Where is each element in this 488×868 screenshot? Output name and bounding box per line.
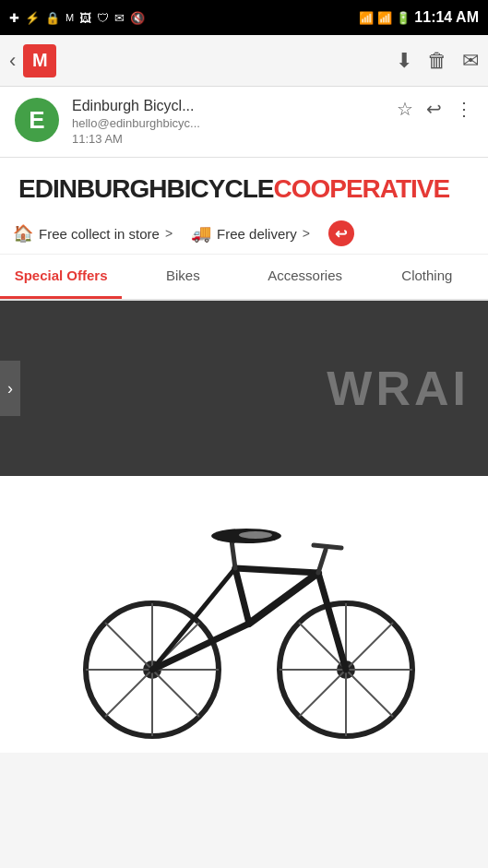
svg-line-6 bbox=[105, 623, 152, 670]
svg-point-28 bbox=[239, 531, 272, 539]
email-info: Edinburgh Bicycl... hello@edinburghbicyc… bbox=[72, 98, 384, 146]
svg-line-25 bbox=[152, 568, 235, 670]
sender-name: Edinburgh Bicycl... bbox=[72, 98, 384, 114]
svg-line-20 bbox=[152, 624, 249, 670]
bike-illustration bbox=[51, 485, 438, 743]
gmail-logo-avatar: M bbox=[23, 44, 56, 77]
svg-line-17 bbox=[346, 670, 393, 717]
free-delivery-link[interactable]: 🚚 Free delivery > bbox=[191, 223, 310, 244]
shield-icon: 🛡 bbox=[97, 11, 109, 25]
signal-icon: 📶 bbox=[377, 11, 392, 25]
sender-avatar: E bbox=[15, 98, 59, 142]
back-button[interactable]: ‹ bbox=[9, 49, 16, 73]
status-time: 11:14 AM bbox=[414, 9, 479, 26]
house-icon: 🏠 bbox=[13, 223, 33, 244]
status-bar-right: 📶 📶 🔋 11:14 AM bbox=[359, 9, 479, 26]
delivery-arrow: > bbox=[303, 226, 310, 241]
topbar-right: ⬇ 🗑 ✉ bbox=[396, 49, 479, 73]
topbar-left: ‹ M bbox=[9, 44, 56, 77]
svg-line-7 bbox=[152, 670, 199, 717]
hero-banner: › WRAI bbox=[0, 301, 488, 476]
svg-line-21 bbox=[235, 568, 249, 624]
truck-icon: 🚚 bbox=[191, 223, 211, 244]
free-delivery-text: Free delivery bbox=[217, 226, 297, 242]
email-time: 11:13 AM bbox=[72, 132, 384, 146]
collect-in-store-link[interactable]: 🏠 Free collect in store > bbox=[13, 223, 173, 244]
links-row: 🏠 Free collect in store > 🚚 Free deliver… bbox=[0, 213, 488, 255]
svg-line-26 bbox=[232, 541, 235, 568]
delete-button[interactable]: 🗑 bbox=[427, 49, 447, 73]
sender-email: hello@edinburghbicyc... bbox=[72, 116, 384, 130]
mute-icon: 🔇 bbox=[130, 11, 145, 25]
add-icon: ✚ bbox=[9, 11, 19, 25]
svg-line-30 bbox=[314, 545, 341, 548]
reply-button[interactable]: ↩ bbox=[426, 98, 442, 120]
hero-banner-text: WRAI bbox=[327, 361, 470, 416]
tab-accessories[interactable]: Accessories bbox=[244, 255, 366, 299]
svg-line-22 bbox=[235, 568, 318, 573]
tab-special-offers[interactable]: Special Offers bbox=[0, 255, 122, 299]
gmail-topbar: ‹ M ⬇ 🗑 ✉ bbox=[0, 35, 488, 87]
email-icon: ✉ bbox=[114, 11, 125, 25]
battery-icon: 🔋 bbox=[396, 11, 411, 25]
ebc-logo: EDINBURGHBICYCLECOOPERATIVE bbox=[18, 174, 470, 204]
nav-tabs: Special Offers Bikes Accessories Clothin… bbox=[0, 255, 488, 301]
chevron-left-button[interactable]: › bbox=[0, 361, 20, 416]
status-bar-left: ✚ ⚡ 🔒 M 🖼 🛡 ✉ 🔇 bbox=[9, 11, 145, 25]
collect-in-store-text: Free collect in store bbox=[39, 226, 160, 242]
email-actions: ☆ ↩ ⋮ bbox=[397, 98, 473, 120]
svg-line-29 bbox=[318, 550, 326, 573]
gallery-icon: 🖼 bbox=[79, 11, 91, 25]
sim-icon: M bbox=[65, 12, 74, 23]
svg-line-18 bbox=[299, 670, 346, 717]
ebc-logo-part3: COOPERATIVE bbox=[273, 174, 449, 203]
label-button[interactable]: ✉ bbox=[462, 49, 479, 73]
lock-icon: 🔒 bbox=[45, 11, 60, 25]
email-content: EDINBURGHBICYCLECOOPERATIVE 🏠 Free colle… bbox=[0, 158, 488, 753]
collect-arrow: > bbox=[165, 226, 173, 241]
wifi-icon: 📶 bbox=[359, 11, 374, 25]
star-button[interactable]: ☆ bbox=[397, 98, 413, 120]
archive-button[interactable]: ⬇ bbox=[396, 49, 412, 73]
tab-clothing[interactable]: Clothing bbox=[366, 255, 488, 299]
usb-icon: ⚡ bbox=[25, 11, 40, 25]
status-bar: ✚ ⚡ 🔒 M 🖼 🛡 ✉ 🔇 📶 📶 🔋 11:14 AM bbox=[0, 0, 488, 35]
bike-image-area bbox=[0, 476, 488, 753]
ebc-logo-area: EDINBURGHBICYCLECOOPERATIVE bbox=[0, 158, 488, 213]
circle-icon: ↩ bbox=[328, 220, 354, 246]
svg-line-8 bbox=[105, 670, 152, 717]
ebc-logo-part2: BICYCLE bbox=[167, 174, 274, 203]
tab-bikes[interactable]: Bikes bbox=[122, 255, 244, 299]
svg-line-19 bbox=[346, 623, 393, 670]
more-options-button[interactable]: ⋮ bbox=[455, 98, 473, 120]
ebc-logo-part1: EDINBURGH bbox=[18, 174, 167, 203]
email-header: E Edinburgh Bicycl... hello@edinburghbic… bbox=[0, 87, 488, 158]
